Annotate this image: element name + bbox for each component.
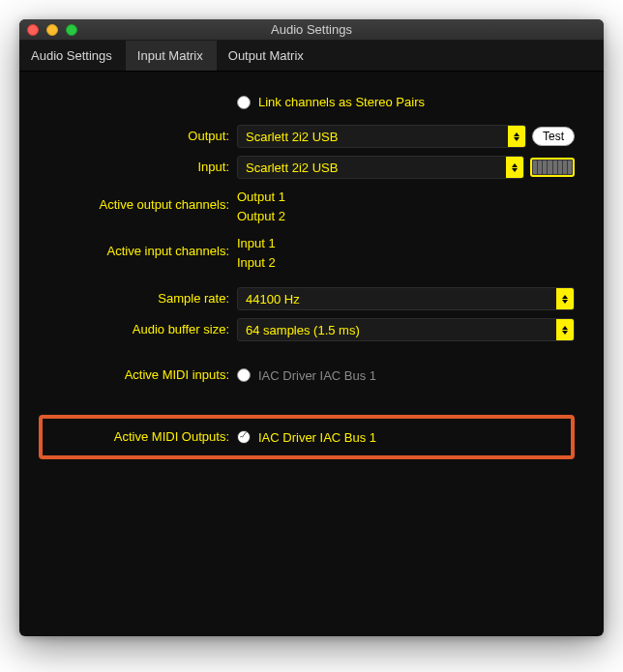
output-value: Scarlett 2i2 USB (246, 130, 338, 144)
midi-inputs-label: Active MIDI inputs: (39, 366, 237, 384)
sample-rate-value: 44100 Hz (246, 292, 300, 307)
audio-settings-window: Audio Settings Audio Settings Input Matr… (19, 19, 604, 636)
test-button[interactable]: Test (532, 127, 575, 146)
buffer-size-value: 64 samples (1.5 ms) (246, 323, 360, 337)
list-item: Input 2 (237, 254, 276, 272)
zoom-button[interactable] (66, 24, 77, 36)
tab-bar: Audio Settings Input Matrix Output Matri… (19, 41, 604, 72)
settings-panel: Link channels as Stereo Pairs Output: Sc… (19, 72, 604, 488)
link-channels-radio[interactable] (237, 96, 251, 109)
list-item: Output 2 (237, 208, 285, 225)
midi-input-item-radio[interactable] (237, 368, 251, 382)
tab-output-matrix[interactable]: Output Matrix (217, 41, 317, 71)
tab-input-matrix[interactable]: Input Matrix (126, 41, 217, 71)
sample-rate-label: Sample rate: (39, 290, 237, 307)
select-arrows-icon (508, 126, 525, 147)
buffer-size-label: Audio buffer size: (39, 321, 237, 338)
active-output-label: Active output channels: (39, 187, 237, 214)
midi-outputs-label: Active MIDI Outputs: (43, 428, 237, 446)
list-item: Output 1 (237, 189, 285, 206)
active-input-list[interactable]: Input 1 Input 2 (237, 233, 276, 272)
window-controls (27, 24, 77, 36)
select-arrows-icon (506, 157, 523, 178)
select-arrows-icon (556, 288, 574, 309)
titlebar: Audio Settings (19, 19, 604, 41)
midi-output-item-label: IAC Driver IAC Bus 1 (258, 430, 376, 445)
output-label: Output: (39, 128, 237, 145)
active-input-label: Active input channels: (39, 233, 237, 260)
tab-audio-settings[interactable]: Audio Settings (19, 41, 126, 71)
input-label: Input: (39, 159, 237, 176)
midi-outputs-highlight: Active MIDI Outputs: ✓ IAC Driver IAC Bu… (39, 415, 575, 459)
minimize-button[interactable] (46, 24, 58, 36)
input-select[interactable]: Scarlett 2i2 USB (237, 156, 524, 179)
midi-output-item-radio[interactable]: ✓ (237, 430, 251, 444)
close-button[interactable] (27, 24, 39, 36)
select-arrows-icon (556, 319, 574, 340)
output-select[interactable]: Scarlett 2i2 USB (237, 125, 526, 148)
sample-rate-select[interactable]: 44100 Hz (237, 287, 575, 310)
input-level-meter (530, 158, 575, 177)
buffer-size-select[interactable]: 64 samples (1.5 ms) (237, 318, 575, 341)
link-channels-label: Link channels as Stereo Pairs (258, 95, 425, 109)
input-value: Scarlett 2i2 USB (246, 161, 338, 175)
list-item: Input 1 (237, 235, 276, 252)
active-output-list[interactable]: Output 1 Output 2 (237, 187, 285, 225)
midi-input-item-label: IAC Driver IAC Bus 1 (258, 368, 376, 383)
window-title: Audio Settings (271, 22, 352, 37)
